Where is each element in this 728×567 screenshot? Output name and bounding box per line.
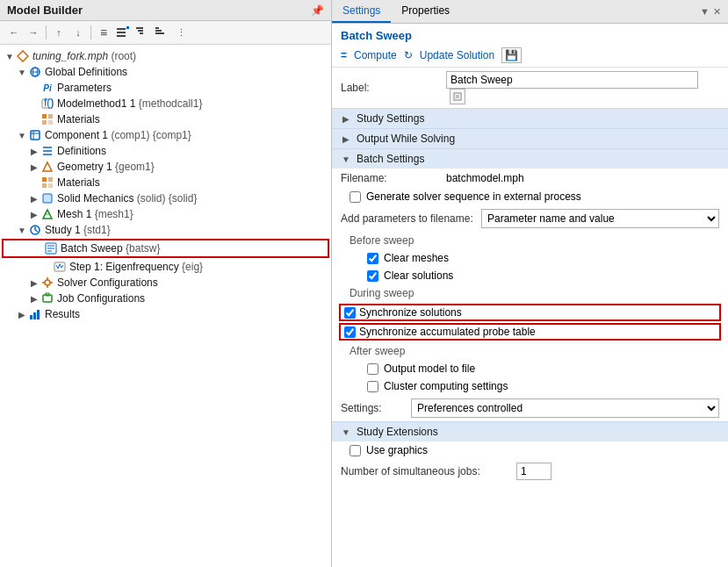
back-button[interactable]: ← [5, 24, 23, 41]
study-settings-header[interactable]: ▶ Study Settings [332, 108, 728, 128]
output-model-label: Output model to file [384, 362, 475, 375]
expand-mesh1[interactable]: ▶ [28, 210, 40, 219]
svg-rect-58 [454, 93, 461, 100]
label-field-label: Label: [341, 82, 446, 94]
tree-item-batchsweep[interactable]: ▶ Batch Sweep {batsw} [2, 239, 329, 258]
label-row: Label: [332, 68, 728, 108]
comp1-icon [28, 128, 42, 142]
generate-solver-checkbox[interactable] [350, 191, 361, 203]
tree-label-root: tuning_fork.mph (root) [32, 50, 136, 62]
expand-root[interactable]: ▼ [4, 52, 16, 61]
tree-label-study1: Study 1 {std1} [45, 224, 111, 236]
expand-geometry[interactable]: ▶ [28, 162, 40, 172]
expand-parameters[interactable]: ▶ [28, 83, 40, 93]
more-button[interactable]: ⋮ [172, 24, 190, 41]
tree-item-global-defs[interactable]: ▼ Global Definitions [0, 64, 331, 80]
generate-solver-label: Generate solver sequence in external pro… [366, 190, 581, 203]
sync-probe-label: Synchronize accumulated probe table [359, 326, 536, 338]
tree-label-global-defs: Global Definitions [45, 66, 127, 78]
tree-item-mesh1[interactable]: ▶ Mesh 1 {mesh1} [0, 206, 331, 222]
clear-solutions-checkbox[interactable] [367, 270, 378, 282]
svg-line-44 [56, 265, 58, 269]
modelmethod-icon: f() [40, 97, 54, 111]
detach-icon[interactable]: ✕ [713, 6, 721, 18]
tree-item-materials-global[interactable]: ▶ Materials [0, 111, 331, 127]
cluster-computing-checkbox[interactable] [367, 381, 378, 392]
up-button[interactable]: ↑ [50, 24, 68, 41]
tree-label-results: Results [45, 308, 80, 320]
label-input[interactable] [446, 71, 698, 89]
filename-row: Filename: batchmodel.mph [332, 169, 728, 188]
pin-icon[interactable]: 📌 [311, 4, 324, 17]
tree-item-solid[interactable]: ▶ Solid Mechanics (solid) {solid} [0, 190, 331, 206]
settings-select[interactable]: Preferences controlled [411, 398, 719, 418]
tree-item-modelmethod[interactable]: ▶ f() Modelmethod1 1 {methodcall1} [0, 96, 331, 111]
tree-item-solver-configs[interactable]: ▶ Solver Configurations [0, 275, 331, 291]
batch-settings-header[interactable]: ▼ Batch Settings [332, 148, 728, 169]
output-solving-label: Output While Solving [357, 133, 455, 145]
sync-probe-checkbox[interactable] [344, 327, 356, 338]
expand-global-defs[interactable]: ▼ [16, 68, 28, 77]
expand-comp1[interactable]: ▼ [16, 131, 28, 140]
tree-item-comp1[interactable]: ▼ Component 1 (comp1) {comp1} [0, 127, 331, 143]
expand-job[interactable]: ▶ [28, 294, 40, 304]
separator-2 [90, 25, 91, 39]
simultaneous-jobs-input[interactable] [516, 463, 551, 480]
sync-probe-highlighted-row: Synchronize accumulated probe table [339, 323, 721, 341]
tree-item-results[interactable]: ▶ Results [0, 306, 331, 322]
before-sweep-label: Before sweep [332, 232, 728, 249]
expand-solid[interactable]: ▶ [28, 194, 40, 204]
expand-button[interactable] [133, 24, 151, 41]
tree-item-parameters[interactable]: ▶ Pi Parameters [0, 80, 331, 96]
output-model-checkbox[interactable] [367, 363, 378, 375]
expand-solver[interactable]: ▶ [28, 278, 40, 288]
tab-settings[interactable]: Settings [332, 0, 391, 23]
settings-button[interactable]: ≡ [95, 24, 112, 41]
clear-meshes-checkbox[interactable] [367, 253, 378, 264]
study1-icon [28, 223, 42, 237]
tree-item-root[interactable]: ▼ tuning_fork.mph (root) [0, 48, 331, 64]
tab-properties[interactable]: Properties [391, 0, 460, 23]
pin-right-icon[interactable]: ▼ [700, 6, 710, 18]
compute-button[interactable]: Compute [354, 49, 397, 61]
batch-sweep-section-title: Batch Sweep [332, 24, 728, 44]
tree-item-definitions[interactable]: ▶ Definitions [0, 143, 331, 159]
update-solution-button[interactable]: Update Solution [420, 49, 494, 61]
sync-solutions-checkbox[interactable] [344, 307, 356, 319]
tree-item-geometry[interactable]: ▶ Geometry 1 {geom1} [0, 159, 331, 175]
settings-row: Settings: Preferences controlled [332, 395, 728, 421]
separator-1 [46, 25, 47, 39]
add-params-select[interactable]: Parameter name and value [481, 209, 719, 228]
svg-rect-43 [54, 262, 65, 271]
svg-line-45 [58, 264, 60, 269]
tree-item-materials-comp[interactable]: ▶ Materials [0, 175, 331, 190]
use-graphics-checkbox[interactable] [350, 445, 361, 456]
job-configs-icon [40, 291, 54, 305]
expand-results[interactable]: ▶ [16, 310, 28, 319]
output-solving-chevron: ▶ [341, 133, 351, 144]
paste-label-button[interactable] [450, 89, 465, 104]
parameters-icon: Pi [40, 81, 54, 95]
add-params-select-container: Parameter name and value [481, 209, 719, 228]
tree-item-job-configs[interactable]: ▶ Job Configurations [0, 291, 331, 306]
save-icon[interactable]: 💾 [501, 47, 522, 63]
add-node-button[interactable] [114, 24, 132, 41]
down-button[interactable]: ↓ [69, 24, 87, 41]
collapse-button[interactable] [153, 24, 170, 41]
tree-item-study1[interactable]: ▼ Study 1 {std1} [0, 222, 331, 238]
tree-label-eigenfreq: Step 1: Eigenfrequency {eig} [69, 261, 203, 273]
tree-item-eigenfreq[interactable]: ▶ Step 1: Eigenfrequency {eig} [0, 259, 331, 275]
study-extensions-header[interactable]: ▼ Study Extensions [332, 421, 728, 441]
svg-rect-3 [126, 26, 129, 29]
results-icon [28, 307, 42, 321]
toolbar: ← → ↑ ↓ ≡ ⋮ [0, 21, 331, 45]
tree-label-definitions: Definitions [57, 145, 106, 157]
tree-label-modelmethod: Modelmethod1 1 {methodcall1} [57, 97, 202, 110]
simultaneous-jobs-row: Number of simultaneous jobs: [332, 459, 728, 484]
output-solving-header[interactable]: ▶ Output While Solving [332, 128, 728, 148]
tree-label-materials-global: Materials [57, 113, 100, 126]
forward-button[interactable]: → [25, 24, 42, 41]
tree-label-batchsweep: Batch Sweep {batsw} [61, 242, 160, 255]
expand-study1[interactable]: ▼ [16, 226, 28, 235]
expand-definitions[interactable]: ▶ [28, 147, 40, 156]
